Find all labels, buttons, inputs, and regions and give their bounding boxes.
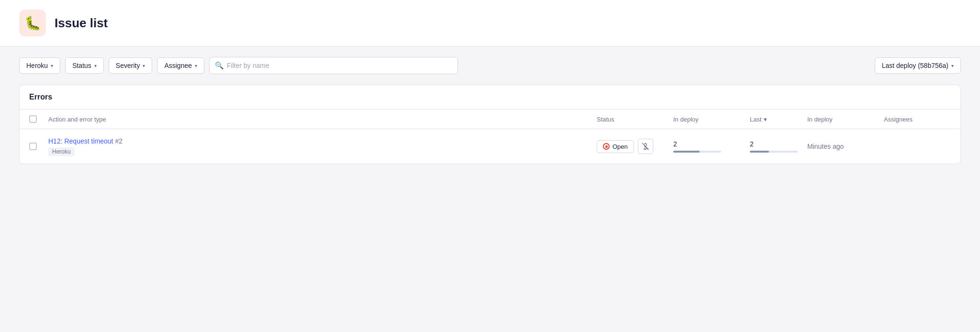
severity-filter-label: Severity [116, 62, 140, 69]
page-title: Issue list [55, 16, 108, 31]
svg-line-0 [642, 144, 648, 150]
status-cell: Open [597, 139, 673, 154]
chevron-down-icon: ▾ [143, 63, 145, 68]
col-in-deploy-2: In deploy [807, 116, 884, 123]
issue-tag: Heroku [48, 147, 75, 156]
no-bell-icon [642, 143, 649, 150]
in-deploy-1-cell: 2 [673, 140, 750, 153]
issue-number: #2 [115, 137, 122, 145]
status-label: Open [612, 143, 628, 150]
in-deploy-1-bar-track [673, 151, 721, 153]
table-section-header: Errors [20, 85, 960, 110]
chevron-down-icon: ▾ [94, 63, 97, 68]
deploy-filter-button[interactable]: Last deploy (58b756a) ▾ [875, 57, 961, 74]
status-badge[interactable]: Open [597, 140, 634, 153]
page-header: 🐛 Issue list [0, 0, 980, 46]
last-cell: 2 [750, 140, 807, 153]
heroku-filter-button[interactable]: Heroku ▾ [19, 57, 60, 74]
last-bar-track [750, 151, 798, 153]
col-in-deploy-1: In deploy [673, 116, 750, 123]
search-icon: 🔍 [215, 61, 224, 70]
open-status-dot [603, 143, 610, 150]
time-label: Minutes ago [807, 143, 844, 150]
table-row: H12: Request timeout#2 Heroku Open [20, 129, 960, 164]
col-assignees: Assignees [884, 116, 951, 123]
last-value: 2 [750, 140, 807, 148]
assignee-filter-button[interactable]: Assignee ▾ [157, 57, 204, 74]
mute-button[interactable] [638, 139, 653, 154]
chevron-down-icon: ▾ [951, 63, 954, 68]
heroku-filter-label: Heroku [26, 62, 48, 69]
table-column-headers: Action and error type Status In deploy L… [20, 110, 960, 129]
chevron-down-icon: ▾ [51, 63, 53, 68]
status-filter-label: Status [72, 62, 91, 69]
in-deploy-1-value: 2 [673, 140, 750, 148]
in-deploy-2-cell: Minutes ago [807, 142, 884, 151]
chevron-down-icon: ▾ [764, 116, 767, 123]
issue-title-cell: H12: Request timeout#2 Heroku [48, 137, 597, 156]
main-content: Errors Action and error type Status In d… [0, 85, 980, 183]
issue-link[interactable]: H12: Request timeout [48, 137, 113, 145]
col-action-error-type: Action and error type [48, 116, 597, 123]
search-wrapper: 🔍 [209, 57, 458, 74]
chevron-down-icon: ▾ [195, 63, 197, 68]
deploy-filter-label: Last deploy (58b756a) [882, 62, 948, 69]
col-status: Status [597, 116, 673, 123]
col-last[interactable]: Last ▾ [750, 116, 807, 123]
in-deploy-1-bar-fill [673, 151, 700, 153]
last-bar-fill [750, 151, 769, 153]
row-checkbox[interactable] [29, 143, 48, 150]
issue-table: Errors Action and error type Status In d… [19, 85, 961, 164]
toolbar: Heroku ▾ Status ▾ Severity ▾ Assignee ▾ … [0, 46, 980, 85]
app-icon: 🐛 [19, 10, 46, 36]
status-dot-inner [605, 145, 608, 148]
assignee-filter-label: Assignee [164, 62, 192, 69]
severity-filter-button[interactable]: Severity ▾ [109, 57, 153, 74]
status-filter-button[interactable]: Status ▾ [65, 57, 104, 74]
select-all-checkbox[interactable] [29, 115, 48, 123]
bug-icon: 🐛 [24, 15, 41, 31]
search-input[interactable] [209, 57, 458, 74]
